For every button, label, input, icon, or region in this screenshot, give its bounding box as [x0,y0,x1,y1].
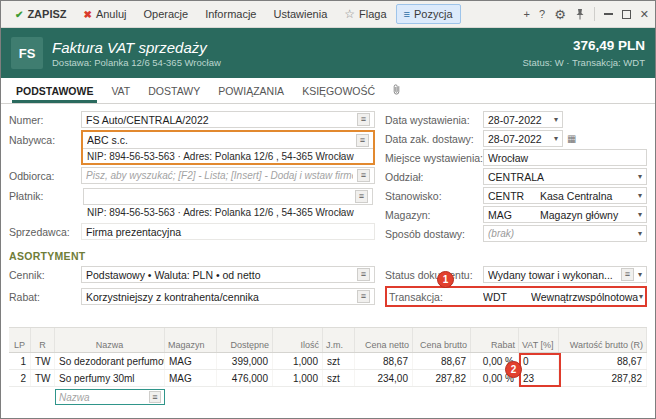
nabywca-menu-button[interactable]: ≡ [356,134,369,147]
cennik-value: Podstawowy • Waluta: PLN • od netto [86,269,353,281]
cennik-field[interactable]: Podstawowy • Waluta: PLN • od netto ≡ [81,266,375,283]
menu-operacje-label: Operacje [143,8,188,20]
col-r[interactable]: R [31,328,55,352]
star-icon: ☆ [344,7,355,21]
col-ilosc[interactable]: Ilość [273,328,323,352]
table-row[interactable]: 1 TW So dezodorant perfumow... MAG 399,0… [9,353,647,370]
chevron-down-icon[interactable]: ▾ [554,134,558,143]
oddzial-value: CENTRALA [488,171,634,183]
chevron-down-icon[interactable]: ▾ [639,292,643,301]
cancel-button[interactable]: ✖ Anuluj [76,4,135,24]
status-dokumentu-label: Status dokumentu: [385,269,483,281]
chevron-down-icon[interactable]: ▾ [638,191,642,200]
odbiorca-menu-button[interactable]: ≡ [357,169,370,182]
data-wystawienia-label: Data wystawienia: [385,114,483,126]
numer-menu-button[interactable]: ≡ [357,113,370,126]
transakcja-value: Wewnątrzwspólnotowa dost... [531,291,639,303]
col-jm[interactable]: J.m. [323,328,355,352]
pin-icon[interactable] [575,8,585,20]
cell-cena-brutto: 287,82 [413,370,471,386]
miejsce-wystawienia-field[interactable]: Wrocław [483,149,647,166]
magazyn-field[interactable]: MAG Magazyn główny ▾ [483,206,647,223]
nabywca-field[interactable]: ABC s.c. ≡ [83,132,373,149]
transakcja-label: Transakcja: [389,291,483,303]
close-button[interactable]: ✕ [640,8,649,21]
nabywca-details: NIP: 894-56-53-563 · Adres: Polanka 12/6… [83,149,373,163]
col-cena-netto[interactable]: Cena netto [355,328,413,352]
save-button[interactable]: ✔ ZAPISZ [7,4,75,24]
menu-informacje-label: Informacje [205,8,256,20]
add-window-button[interactable]: + [524,8,530,20]
odbiorca-field: ≡ [81,167,375,184]
magazyn-value: Magazyn główny [540,209,634,221]
rabat-field[interactable]: Korzystniejszy z kontrahenta/cennika ≡ [81,288,375,305]
rabat-label: Rabat: [9,291,81,303]
magazyn-code: MAG [488,209,536,221]
stanowisko-field[interactable]: CENTR Kasa Centralna ▾ [483,187,647,204]
oddzial-field[interactable]: CENTRALA ▾ [483,168,647,185]
col-dostepne[interactable]: Dostępne [217,328,273,352]
col-nazwa[interactable]: Nazwa [55,328,165,352]
new-item-menu-button[interactable]: ≡ [149,391,161,403]
gear-icon[interactable]: ⚙ [554,7,566,22]
save-label: ZAPISZ [27,8,66,20]
col-rabat[interactable]: Rabat [471,328,519,352]
status-dokumentu-menu-button[interactable]: ≡ [621,268,634,281]
sprzedawca-field[interactable]: Firma prezentacyjna [81,223,375,240]
status-dokumentu-field[interactable]: Wydany towar i wykonan... ≡ ▾ [483,266,647,283]
tab-podstawowe[interactable]: PODSTAWOWE [7,78,102,103]
help-button[interactable]: ? [539,8,545,20]
toolbar-left: ✔ ZAPISZ ✖ Anuluj Operacje Informacje Us… [7,3,461,25]
col-magazyn[interactable]: Magazyn [165,328,217,352]
cell-ilosc: 1,000 [273,370,323,386]
data-zak-dostawy-field[interactable]: 28-07-2022 ▾ [483,130,563,147]
cancel-label: Anuluj [96,8,127,20]
pozycja-button[interactable]: ≡ Pozycja [396,4,461,24]
col-vat[interactable]: VAT [%] [519,328,559,352]
odbiorca-input[interactable] [86,168,353,183]
numer-field[interactable]: FS Auto/CENTRALA/2022 ≡ [81,111,375,128]
annotation-step-1: 1 [437,271,454,288]
rabat-menu-button[interactable]: ≡ [357,290,370,303]
cennik-menu-button[interactable]: ≡ [357,268,370,281]
calendar-icon[interactable]: ▦ [567,133,576,144]
col-cena-brutto[interactable]: Cena brutto [413,328,471,352]
platnik-field[interactable]: ≡ [83,188,373,205]
document-form: Numer: FS Auto/CENTRALA/2022 ≡ Nabywca: … [1,104,655,244]
cennik-label: Cennik: [9,269,81,281]
chevron-down-icon[interactable]: ▾ [638,229,642,238]
chevron-down-icon[interactable]: ▾ [638,172,642,181]
tab-vat[interactable]: VAT [102,78,139,103]
transakcja-code: WDT [483,291,531,303]
menu-informacje[interactable]: Informacje [197,4,264,24]
new-item-name-input[interactable] [59,390,146,404]
flag-button[interactable]: ☆ Flaga [336,3,394,25]
menu-operacje[interactable]: Operacje [135,4,196,24]
sprzedawca-label: Sprzedawca: [9,226,81,238]
minimize-icon [604,13,613,15]
table-row[interactable]: 2 TW So perfumy 30ml MAG 476,000 1,000 s… [9,370,647,387]
data-wystawienia-field[interactable]: 28-07-2022 ▾ [483,111,563,128]
col-lp[interactable]: LP [9,328,31,352]
nabywca-value: ABC s.c. [87,134,352,146]
tab-powiazania[interactable]: POWIĄZANIA [209,78,293,103]
col-wartosc-brutto[interactable]: Wartość brutto (R) [559,328,647,352]
maximize-button[interactable] [622,10,631,19]
chevron-down-icon[interactable]: ▾ [638,270,642,279]
cell-vat: 23 [519,370,559,386]
toolbar: ✔ ZAPISZ ✖ Anuluj Operacje Informacje Us… [1,1,655,28]
header-text: Faktura VAT sprzedaży Dostawa: Polanka 1… [52,38,514,68]
menu-ustawienia[interactable]: Ustawienia [265,4,335,24]
nabywca-label: Nabywca: [9,130,81,146]
document-type-badge: FS [11,37,43,69]
paperclip-icon [391,82,402,100]
sposob-dostawy-field[interactable]: (brak) ▾ [483,225,647,242]
chevron-down-icon[interactable]: ▾ [638,210,642,219]
chevron-down-icon[interactable]: ▾ [554,115,558,124]
attachments-button[interactable] [384,78,409,103]
tab-dostawy[interactable]: DOSTAWY [139,78,209,103]
status-dokumentu-value: Wydany towar i wykonan... [488,269,617,281]
platnik-menu-button[interactable]: ≡ [355,190,368,203]
tab-ksiegowosc[interactable]: KSIĘGOWOŚĆ [293,78,384,103]
minimize-button[interactable] [604,13,613,15]
